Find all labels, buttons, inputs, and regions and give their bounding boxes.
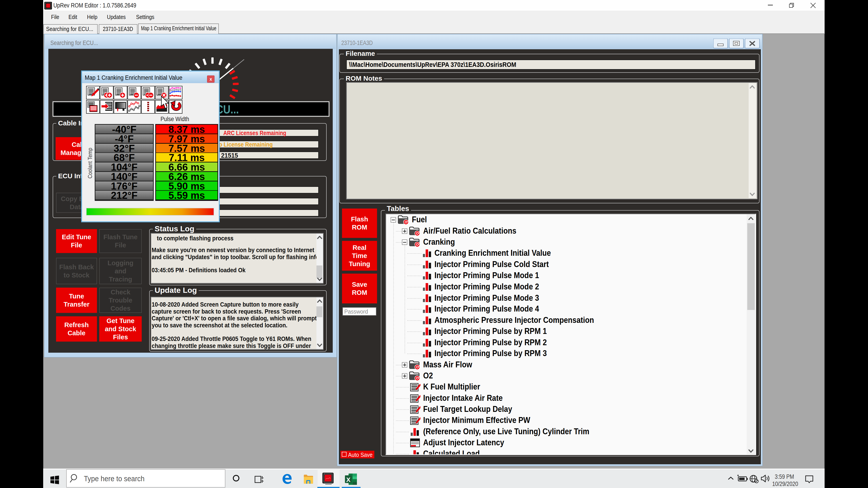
svg-text:X: X [346, 476, 350, 483]
